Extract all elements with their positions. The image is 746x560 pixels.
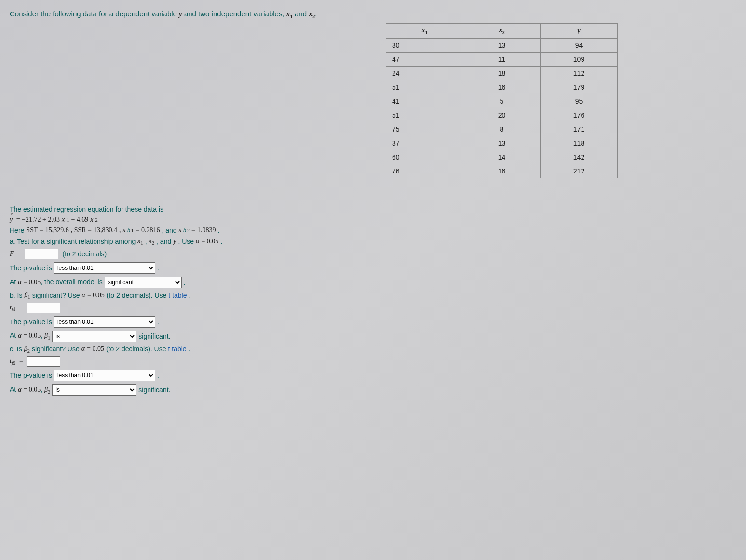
is-c-select[interactable]: isis not (52, 384, 136, 396)
F-label: F (10, 250, 14, 258)
tb2-label: tβ2 (10, 357, 15, 366)
model-signif-select[interactable]: significantnot significant (105, 277, 182, 288)
table-cell: 24 (386, 66, 463, 80)
table-cell: 60 (386, 150, 463, 164)
pvalue-a-select[interactable]: less than 0.01between 0.01 and 0.025betw… (54, 262, 155, 274)
table-row: 41595 (386, 94, 618, 108)
table-row: 6014142 (386, 150, 618, 164)
table-row: 5120176 (386, 108, 618, 122)
table-cell: 212 (541, 164, 618, 178)
col-header-x1: x1 (386, 24, 463, 39)
t-table-link-b[interactable]: t table (168, 292, 187, 299)
table-cell: 171 (541, 122, 618, 136)
sst-ssr-line: Here SST = 15,329.6 , SSR = 13,830.4 , s… (10, 227, 736, 234)
table-cell: 176 (541, 108, 618, 122)
table-cell: 109 (541, 52, 618, 66)
image-placeholder (10, 23, 386, 197)
table-cell: 47 (386, 52, 463, 66)
table-cell: 20 (463, 108, 541, 122)
table-cell: 30 (386, 38, 463, 52)
alpha-b-label: At α = 0.05, β1 (10, 332, 50, 341)
table-cell: 94 (541, 38, 618, 52)
question-intro: Consider the following data for a depend… (10, 10, 736, 19)
table-cell: 41 (386, 94, 463, 108)
table-row: 758171 (386, 122, 618, 136)
table-row: 301394 (386, 38, 618, 52)
table-cell: 18 (463, 66, 541, 80)
sig-b-suffix: significant. (138, 333, 170, 340)
table-cell: 16 (463, 164, 541, 178)
table-row: 7616212 (386, 164, 618, 178)
t-table-link-c[interactable]: t table (168, 345, 186, 353)
sig-c-suffix: significant. (138, 386, 170, 394)
pvalue-b-select[interactable]: less than 0.01between 0.01 and 0.025betw… (54, 316, 155, 328)
table-row: 4711109 (386, 52, 618, 66)
pvalue-a-label: The p-value is (10, 264, 52, 272)
table-cell: 13 (463, 136, 541, 150)
table-cell: 51 (386, 108, 463, 122)
table-cell: 95 (541, 94, 618, 108)
table-cell: 179 (541, 80, 618, 94)
table-cell: 8 (463, 122, 541, 136)
part-c-prompt: c. Is β2 significant? Use α = 0.05 (to 2… (10, 345, 736, 354)
table-cell: 76 (386, 164, 463, 178)
table-cell: 142 (541, 150, 618, 164)
table-row: 3713118 (386, 136, 618, 150)
table-cell: 5 (463, 94, 541, 108)
tb1-input[interactable] (27, 303, 60, 313)
table-cell: 14 (463, 150, 541, 164)
data-table: x1 x2 y 30139447111092418112511617941595… (386, 23, 618, 178)
table-row: 5116179 (386, 80, 618, 94)
table-cell: 51 (386, 80, 463, 94)
col-header-y: y (541, 24, 618, 39)
alpha-a-label: At α = 0.05, the overall model is (10, 278, 103, 286)
pvalue-c-label: The p-value is (10, 372, 52, 379)
F-input[interactable] (25, 249, 58, 259)
table-cell: 118 (541, 136, 618, 150)
pvalue-b-label: The p-value is (10, 318, 52, 326)
regression-equation: y = −21.72 + 2.03x1 + 4.69x2 (10, 216, 736, 224)
alpha-c-label: At α = 0.05, β2 (10, 386, 50, 395)
part-b-prompt: b. Is β1 significant? Use α = 0.05 (to 2… (10, 291, 736, 300)
part-a-prompt: a. Test for a significant relationship a… (10, 237, 736, 246)
tb2-input[interactable] (27, 356, 60, 367)
table-cell: 75 (386, 122, 463, 136)
tb1-label: tβ1 (10, 304, 15, 312)
table-cell: 112 (541, 66, 618, 80)
table-cell: 13 (463, 38, 541, 52)
table-cell: 37 (386, 136, 463, 150)
col-header-x2: x2 (463, 24, 541, 39)
pvalue-c-select[interactable]: less than 0.01between 0.01 and 0.025betw… (54, 370, 155, 381)
F-hint: (to 2 decimals) (62, 250, 107, 258)
table-cell: 16 (463, 80, 541, 94)
eq-intro: The estimated regression equation for th… (10, 205, 736, 213)
table-cell: 11 (463, 52, 541, 66)
table-row: 2418112 (386, 66, 618, 80)
is-b-select[interactable]: isis not (52, 331, 136, 342)
